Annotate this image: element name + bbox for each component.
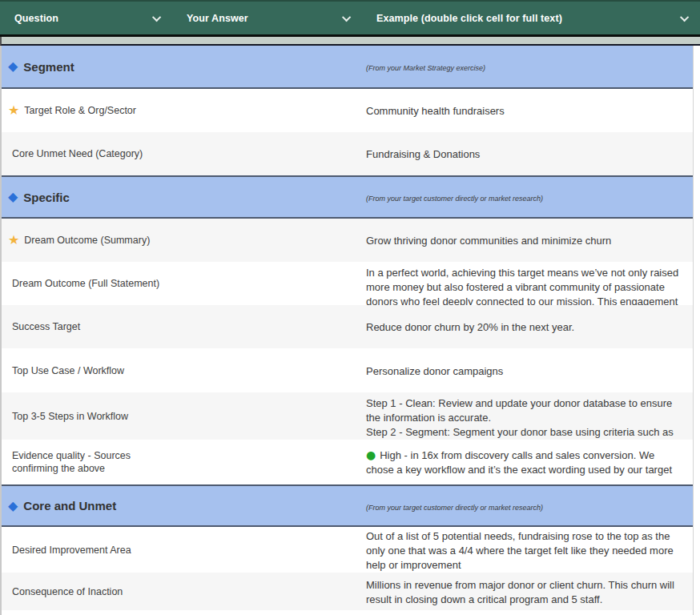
example-cell-empty-partial-row[interactable] [356,610,693,615]
section-title: Specific [23,191,70,204]
example-cell-specific[interactable]: (From your target customer directly or m… [356,177,693,217]
table-row-target-role: ★Target Role & Org/SectorCommunity healt… [2,89,693,132]
table-row-evidence-quality: Evidence quality - Sources confirming th… [2,440,693,484]
example-cell-target-role[interactable]: Community health fundraisers [356,89,693,132]
example-text: High - in 16x from discovery calls and s… [366,449,672,476]
star-icon: ★ [8,104,19,117]
chevron-down-icon[interactable] [152,12,161,21]
example-cell-dream-outcome-full[interactable]: In a perfect world, achieving this targe… [356,262,693,305]
example-cell-core-and-unmet[interactable]: (From your target customer directly or m… [356,486,693,525]
example-cell-top-steps[interactable]: Step 1 - Clean: Review and update your d… [356,392,693,440]
answer-cell-evidence-quality[interactable] [172,440,356,484]
example-content: Grow thriving donor communities and mini… [366,233,682,247]
table-row-success-target: Success TargetReduce donor churn by 20% … [2,305,693,348]
section-title: Segment [23,60,74,74]
column-header-example[interactable]: Example (double click cell for full text… [362,2,700,34]
example-cell-success-target[interactable]: Reduce donor churn by 20% in the next ye… [356,305,693,348]
answer-cell-top-steps[interactable] [172,392,356,440]
example-content: Millions in revenue from major donor or … [366,577,682,606]
example-content: Fundraising & Donations [366,147,682,161]
section-note: (From your target customer directly or m… [366,195,543,203]
question-cell-dream-outcome-full[interactable]: Dream Outcome (Full Statement) [2,262,172,305]
table-row-dream-outcome-summary: ★Dream Outcome (Summary)Grow thriving do… [2,219,693,262]
question-label: Core Unmet Need (Category) [8,147,143,160]
question-label: Consequence of Inaction [8,585,123,598]
question-label: Success Target [8,320,80,333]
answer-cell-top-use-case[interactable] [172,348,356,392]
table-row-dream-outcome-full: Dream Outcome (Full Statement)In a perfe… [2,262,693,305]
column-header-example-label: Example (double click cell for full text… [376,13,562,24]
header-body-divider [0,37,700,46]
question-cell-specific[interactable]: ◆Specific [2,177,172,217]
example-cell-desired-improvement[interactable]: Out of a list of 5 potential needs, fund… [356,527,693,573]
example-cell-evidence-quality[interactable]: ●High - in 16x from discovery calls and … [356,440,693,484]
blue-diamond-icon: ◆ [8,60,18,73]
example-text: Reduce donor churn by 20% in the next ye… [366,321,574,333]
answer-cell-specific[interactable] [172,177,356,217]
example-text: Personalize donor campaigns [366,365,503,377]
column-header-question[interactable]: Question [0,2,172,34]
example-content [366,610,682,613]
example-content: Step 1 - Clean: Review and update your d… [366,392,682,440]
example-content: ●High - in 16x from discovery calls and … [366,448,682,476]
answer-cell-dream-outcome-summary[interactable] [172,219,356,262]
example-text: In a perfect world, achieving this targe… [366,267,678,305]
green-circle-icon: ● [366,448,376,461]
question-cell-evidence-quality[interactable]: Evidence quality - Sources confirming th… [2,440,172,484]
chevron-down-icon[interactable] [342,12,351,21]
answer-cell-core-and-unmet[interactable] [172,486,356,525]
column-header-your-answer-label: Your Answer [187,13,248,24]
example-text: Millions in revenue from major donor or … [366,579,674,605]
column-header-question-label: Question [14,13,58,24]
example-cell-core-unmet-need[interactable]: Fundraising & Donations [356,132,693,175]
example-content: (From your target customer directly or m… [366,190,682,204]
answer-cell-dream-outcome-full[interactable] [172,262,356,305]
question-cell-success-target[interactable]: Success Target [2,305,172,348]
question-label: Evidence quality - Sources confirming th… [8,449,172,475]
answer-cell-target-role[interactable] [172,89,356,132]
question-cell-empty-partial-row[interactable] [2,610,172,615]
example-cell-segment[interactable]: (From your Market Strategy exercise) [356,46,693,87]
example-text: Grow thriving donor communities and mini… [366,235,611,247]
example-content: Personalize donor campaigns [366,364,682,378]
example-content: Community health fundraisers [366,103,682,118]
example-text: Fundraising & Donations [366,148,480,160]
table-row-empty-partial-row [2,610,693,615]
question-cell-desired-improvement[interactable]: Desired Improvement Area [2,527,172,573]
example-content: Reduce donor churn by 20% in the next ye… [366,320,682,334]
answer-cell-desired-improvement[interactable] [172,527,356,573]
section-row-specific: ◆Specific(From your target customer dire… [2,175,693,219]
answer-cell-core-unmet-need[interactable] [172,132,356,175]
question-label: Dream Outcome (Summary) [24,234,150,247]
question-cell-core-unmet-need[interactable]: Core Unmet Need (Category) [2,132,172,175]
answer-cell-consequence-inaction[interactable] [172,573,356,610]
chevron-down-icon[interactable] [680,12,689,21]
question-cell-top-use-case[interactable]: Top Use Case / Workflow [2,348,172,392]
header-row: Question Your Answer Example (double cli… [0,0,700,37]
question-cell-dream-outcome-summary[interactable]: ★Dream Outcome (Summary) [2,219,172,262]
question-label: Target Role & Org/Sector [24,104,136,117]
blue-diamond-icon: ◆ [8,500,18,512]
section-row-segment: ◆Segment(From your Market Strategy exerc… [2,46,693,89]
question-cell-top-steps[interactable]: Top 3-5 Steps in Workflow [2,392,172,440]
example-content: (From your Market Strategy exercise) [366,59,682,74]
example-cell-top-use-case[interactable]: Personalize donor campaigns [356,348,693,392]
question-cell-segment[interactable]: ◆Segment [2,46,172,87]
section-note: (From your Market Strategy exercise) [366,64,485,72]
table-row-top-use-case: Top Use Case / WorkflowPersonalize donor… [2,348,693,392]
question-cell-core-and-unmet[interactable]: ◆Core and Unmet [2,486,172,525]
table-body: ◆Segment(From your Market Strategy exerc… [0,46,694,615]
star-icon: ★ [8,234,19,247]
answer-cell-empty-partial-row[interactable] [172,610,356,615]
question-cell-target-role[interactable]: ★Target Role & Org/Sector [2,89,172,132]
example-text: Out of a list of 5 potential needs, fund… [366,530,674,571]
section-row-core-and-unmet: ◆Core and Unmet(From your target custome… [2,484,693,527]
table-row-desired-improvement: Desired Improvement AreaOut of a list of… [2,527,693,573]
example-cell-dream-outcome-summary[interactable]: Grow thriving donor communities and mini… [356,219,693,262]
question-label: Dream Outcome (Full Statement) [8,277,159,290]
question-cell-consequence-inaction[interactable]: Consequence of Inaction [2,573,172,610]
answer-cell-segment[interactable] [172,46,356,87]
column-header-your-answer[interactable]: Your Answer [172,2,362,34]
answer-cell-success-target[interactable] [172,305,356,348]
example-cell-consequence-inaction[interactable]: Millions in revenue from major donor or … [356,573,693,610]
